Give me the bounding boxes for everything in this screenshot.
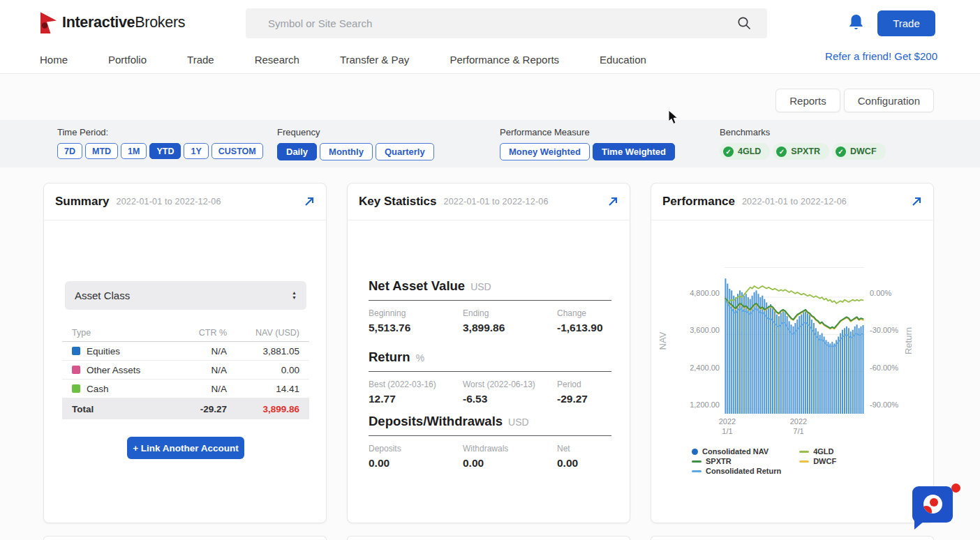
performance-date-range: 2022-01-01 to 2022-12-06: [742, 197, 847, 207]
search-icon[interactable]: [737, 16, 752, 31]
search-input[interactable]: [267, 17, 737, 30]
key-statistics-date-range: 2022-01-01 to 2022-12-06: [444, 197, 549, 207]
deposits-withdrawals-section: Deposits/WithdrawalsUSD Deposits0.00 Wit…: [369, 414, 611, 470]
nav-item-transfer-pay[interactable]: Transfer & Pay: [340, 54, 409, 66]
nav-item-education[interactable]: Education: [600, 54, 646, 66]
nav-item-performance-reports[interactable]: Performance & Reports: [450, 54, 559, 66]
nav-tick: 1,200.00: [658, 400, 720, 409]
check-circle-icon: ✓: [836, 147, 846, 157]
benchmark-spxtr[interactable]: ✓SPXTR: [773, 143, 829, 160]
configuration-button[interactable]: Configuration: [844, 89, 934, 112]
link-another-account-button[interactable]: + Link Another Account: [127, 437, 244, 459]
legend-consolidated-return: Consolidated Return: [692, 466, 781, 476]
legend-line-marker: [692, 470, 701, 472]
frequency-daily[interactable]: Daily: [277, 143, 317, 160]
time-period-1y[interactable]: 1Y: [184, 143, 208, 159]
benchmark-4gld[interactable]: ✓4GLD: [720, 143, 770, 160]
nav-tick: 4,800.00: [658, 289, 720, 297]
benchmark-dwcf[interactable]: ✓DWCF: [832, 143, 886, 160]
filter-band: Time Period: 7D MTD 1M YTD 1Y CUSTOM Fre…: [0, 120, 980, 167]
page-toolbar: Reports Configuration: [775, 89, 934, 112]
key-statistics-card: Key Statistics 2022-01-01 to 2022-12-06 …: [347, 183, 630, 523]
ibkr-logo[interactable]: InteractiveBrokers: [40, 10, 185, 34]
next-row-card-stub: [43, 536, 327, 540]
performance-measure-label: Performance Measure: [500, 127, 675, 137]
performance-card: Performance 2022-01-01 to 2022-12-06 4,8…: [651, 183, 934, 523]
key-statistics-card-title: Key Statistics: [359, 195, 437, 209]
check-circle-icon: ✓: [723, 147, 734, 157]
return-tick: -60.00%: [870, 363, 919, 372]
cash-swatch: [72, 384, 80, 393]
asset-class-select[interactable]: Asset Class ▲▼: [65, 281, 306, 310]
asset-class-table: Type CTR % NAV (USD) Equities N/A 3,881.…: [62, 324, 309, 419]
nav-item-portfolio[interactable]: Portfolio: [108, 54, 147, 66]
notifications-bell-icon[interactable]: [847, 13, 865, 36]
performance-chart[interactable]: [725, 267, 864, 414]
measure-time-weighted[interactable]: Time Weighted: [593, 143, 675, 160]
site-search[interactable]: [246, 8, 767, 38]
asset-class-select-value: Asset Class: [75, 290, 130, 301]
table-row[interactable]: Equities N/A 3,881.05: [62, 342, 309, 361]
legend-dot-marker: [692, 449, 698, 455]
x-axis-tick: 20227/1: [778, 417, 819, 436]
frequency-quarterly[interactable]: Quarterly: [376, 143, 434, 160]
nav-item-home[interactable]: Home: [40, 54, 68, 66]
next-row-card-stub: [651, 536, 934, 540]
table-row[interactable]: Cash N/A 14.41: [62, 380, 309, 398]
net-asset-value-section: Net Asset ValueUSD Beginning5,513.76 End…: [369, 278, 611, 334]
table-row[interactable]: Other Assets N/A 0.00: [62, 361, 309, 380]
frequency-label: Frequency: [277, 127, 434, 137]
external-link-icon[interactable]: [304, 196, 315, 207]
external-link-icon[interactable]: [911, 196, 922, 207]
summary-card: Summary 2022-01-01 to 2022-12-06 Asset C…: [43, 183, 327, 523]
external-link-icon[interactable]: [607, 196, 618, 207]
legend-dwcf: DWCF: [799, 456, 836, 466]
table-total-row: Total -29.27 3,899.86: [62, 398, 309, 419]
legend-line-marker: [692, 460, 701, 463]
trade-button[interactable]: Trade: [877, 10, 935, 36]
time-period-mtd[interactable]: MTD: [85, 143, 118, 159]
measure-money-weighted[interactable]: Money Weighted: [500, 143, 590, 160]
performance-card-title: Performance: [662, 195, 735, 209]
chat-widget-button[interactable]: [912, 486, 953, 523]
reports-button[interactable]: Reports: [775, 89, 840, 112]
app-header: InteractiveBrokers Trade Home Portfolio …: [0, 0, 980, 74]
time-period-1m[interactable]: 1M: [121, 143, 147, 159]
time-period-group: Time Period: 7D MTD 1M YTD 1Y CUSTOM: [57, 127, 263, 159]
legend-line-marker: [799, 460, 809, 463]
return-tick: -90.00%: [870, 400, 919, 409]
summary-card-title: Summary: [55, 195, 109, 209]
chat-notification-badge: [951, 483, 960, 493]
return-tick: 0.00%: [870, 289, 919, 297]
frequency-group: Frequency Daily Monthly Quarterly: [277, 127, 434, 160]
frequency-monthly[interactable]: Monthly: [320, 143, 373, 160]
equities-swatch: [72, 347, 80, 355]
return-section: Return% Best (2022-03-16)12.77 Worst (20…: [369, 350, 611, 405]
time-period-ytd[interactable]: YTD: [149, 143, 181, 159]
legend-line-marker: [799, 451, 809, 453]
time-period-7d[interactable]: 7D: [57, 143, 82, 159]
time-period-custom[interactable]: CUSTOM: [211, 143, 263, 159]
select-arrows-icon: ▲▼: [292, 291, 297, 300]
refer-a-friend-link[interactable]: Refer a friend! Get $200: [825, 50, 937, 62]
x-axis-tick: 20221/1: [706, 417, 748, 436]
nav-tick: 2,400.00: [658, 363, 720, 372]
legend-spxtr: SPXTR: [692, 456, 781, 466]
benchmarks-label: Benchmarks: [720, 127, 886, 137]
benchmarks-group: Benchmarks ✓4GLD ✓SPXTR ✓DWCF: [720, 127, 886, 160]
performance-measure-group: Performance Measure Money Weighted Time …: [500, 127, 675, 160]
check-circle-icon: ✓: [776, 147, 787, 157]
nav-axis-title: NAV: [658, 320, 668, 362]
table-header-row: Type CTR % NAV (USD): [62, 324, 309, 342]
chart-legend: Consolidated NAV SPXTR Consolidated Retu…: [692, 447, 836, 476]
brand-name: InteractiveBrokers: [62, 14, 185, 31]
main-nav: Home Portfolio Trade Research Transfer &…: [40, 46, 646, 73]
legend-consolidated-nav: Consolidated NAV: [692, 447, 781, 456]
nav-item-trade[interactable]: Trade: [187, 54, 214, 66]
chat-ibkr-logo: [923, 495, 942, 513]
summary-date-range: 2022-01-01 to 2022-12-06: [116, 197, 221, 207]
next-row-card-stub: [347, 536, 630, 540]
ibkr-logo-icon: [40, 10, 57, 34]
legend-4gld: 4GLD: [799, 447, 836, 456]
nav-item-research[interactable]: Research: [255, 54, 299, 66]
